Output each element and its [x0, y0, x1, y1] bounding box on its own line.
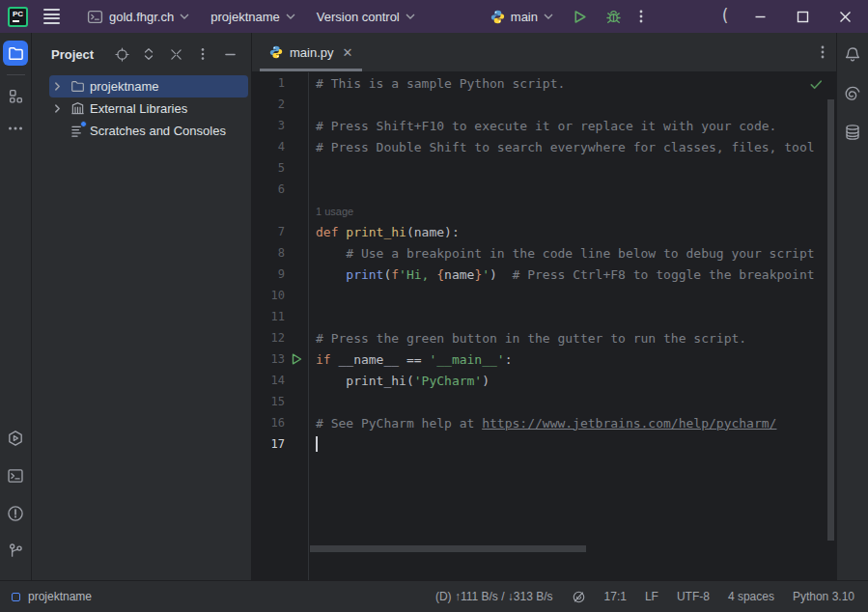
scratches-icon	[69, 124, 86, 138]
window-controls: (	[712, 4, 858, 29]
inlay-hint-text: 1 usage	[316, 204, 353, 218]
remote-host-menu[interactable]: gold.fhgr.ch	[81, 5, 195, 29]
line-number[interactable]: 2	[252, 97, 285, 111]
horizontal-scrollbar[interactable]	[310, 545, 586, 552]
line-number[interactable]: 6	[252, 182, 285, 196]
code-line: 4# Press Double Shift to search everywhe…	[252, 136, 836, 157]
run-line-icon[interactable]	[291, 353, 302, 365]
code-line: 10	[252, 285, 836, 306]
expand-icon[interactable]	[141, 46, 156, 62]
chevron-down-icon	[286, 14, 295, 19]
minimize-button[interactable]	[746, 4, 773, 29]
kebab-icon[interactable]	[195, 46, 210, 62]
chevron-down-icon	[544, 14, 553, 19]
terminal-icon	[7, 467, 24, 485]
run-button[interactable]	[563, 5, 597, 29]
database-tool-button[interactable]	[840, 120, 865, 145]
more-actions-button[interactable]	[630, 5, 652, 28]
editor-tab-bar: main.py ✕	[252, 33, 836, 72]
code-line: 11	[252, 306, 836, 327]
tab-main-py[interactable]: main.py ✕	[260, 33, 362, 71]
tree-item-projektname[interactable]: projektname	[49, 75, 248, 97]
project-square-icon	[12, 593, 20, 601]
locate-icon[interactable]	[114, 46, 129, 62]
eye-off-icon[interactable]	[572, 590, 586, 604]
line-number[interactable]: 1	[252, 76, 285, 90]
notifications-tool-button[interactable]	[840, 42, 865, 68]
folder-icon	[69, 79, 86, 94]
vcs-menu-label: Version control	[317, 10, 400, 24]
problems-tool-button[interactable]	[3, 501, 28, 526]
vcs-menu[interactable]: Version control	[311, 6, 421, 28]
project-panel-header: Project	[32, 33, 251, 75]
close-icon	[839, 11, 852, 23]
status-interpreter[interactable]: Python 3.10	[793, 590, 854, 603]
line-number[interactable]: 11	[252, 310, 285, 323]
vertical-scrollbar[interactable]	[827, 99, 834, 541]
git-tool-button[interactable]	[3, 539, 28, 564]
line-number[interactable]: 15	[252, 395, 285, 408]
scratches-badge	[80, 121, 87, 127]
status-encoding[interactable]: UTF-8	[677, 590, 710, 603]
debug-icon	[605, 9, 622, 25]
collapse-all-icon[interactable]	[168, 46, 183, 62]
run-configuration-selector[interactable]: main	[485, 6, 559, 28]
tab-close-icon[interactable]: ✕	[343, 45, 353, 60]
inlay-hint-row: 1 usage	[252, 200, 836, 221]
hide-panel-icon[interactable]	[222, 46, 238, 62]
services-icon	[7, 430, 24, 447]
line-number[interactable]: 16	[252, 416, 285, 430]
close-button[interactable]	[831, 4, 858, 29]
gutter-run-slot[interactable]	[285, 353, 308, 365]
chevron-right-icon[interactable]	[49, 104, 65, 113]
project-panel: Project	[32, 33, 252, 580]
maximize-button[interactable]	[789, 4, 816, 29]
code-line: 16# See PyCharm help at https://www.jetb…	[252, 412, 836, 433]
right-tool-strip	[836, 33, 868, 580]
line-number[interactable]: 13	[252, 352, 285, 366]
chevron-down-icon	[180, 14, 189, 19]
editor-options-kebab-icon[interactable]	[821, 44, 825, 60]
services-tool-button[interactable]	[3, 426, 28, 451]
chevron-right-icon[interactable]	[49, 82, 65, 91]
project-menu[interactable]: projektname	[205, 6, 301, 28]
tree-item-external-libraries[interactable]: External Libraries	[49, 97, 248, 120]
line-number[interactable]: 5	[252, 161, 285, 175]
bell-icon	[844, 46, 861, 64]
terminal-tool-button[interactable]	[3, 463, 28, 488]
structure-tool-button[interactable]	[3, 83, 28, 108]
line-number[interactable]: 9	[252, 267, 285, 281]
code-editor[interactable]: 1# This is a sample Python script.23# Pr…	[252, 72, 836, 580]
code-line: 5	[252, 157, 836, 179]
line-number[interactable]: 4	[252, 140, 285, 153]
project-tool-button[interactable]	[3, 41, 28, 66]
more-tool-windows-button[interactable]	[3, 116, 28, 141]
python-icon	[269, 45, 283, 59]
crescent-icon[interactable]: (	[712, 4, 739, 29]
line-number[interactable]: 14	[252, 374, 285, 387]
code-line: 2	[252, 94, 836, 115]
line-number[interactable]: 7	[252, 225, 285, 238]
code-text: # Press Shift+F10 to execute it or repla…	[316, 119, 776, 133]
line-number[interactable]: 10	[252, 289, 285, 302]
status-project-widget[interactable]: projektname	[12, 590, 92, 603]
line-number[interactable]: 17	[252, 437, 285, 451]
code-line: 9 print(f'Hi, {name}') # Press Ctrl+F8 t…	[252, 264, 836, 285]
status-caret-position[interactable]: 17:1	[604, 590, 627, 603]
line-number[interactable]: 3	[252, 119, 285, 132]
status-network-traffic[interactable]: (D) ↑111 B/s / ↓313 B/s	[435, 590, 553, 603]
run-icon	[572, 9, 588, 25]
code-line: 17	[252, 433, 836, 455]
ai-assistant-tool-button[interactable]	[840, 81, 865, 106]
tree-item-scratches-and-consoles[interactable]: Scratches and Consoles	[49, 120, 248, 142]
more-icon	[8, 126, 23, 130]
hamburger-icon[interactable]	[42, 5, 62, 28]
debug-button[interactable]	[597, 5, 630, 29]
status-line-separator[interactable]: LF	[645, 590, 658, 603]
code-line: 1# This is a sample Python script.	[252, 72, 836, 94]
inspections-check-icon[interactable]	[809, 77, 824, 92]
code-text: print(f'Hi, {name}') # Press Ctrl+F8 to …	[316, 267, 815, 282]
line-number[interactable]: 12	[252, 331, 285, 345]
line-number[interactable]: 8	[252, 246, 285, 260]
status-indent[interactable]: 4 spaces	[728, 590, 774, 603]
